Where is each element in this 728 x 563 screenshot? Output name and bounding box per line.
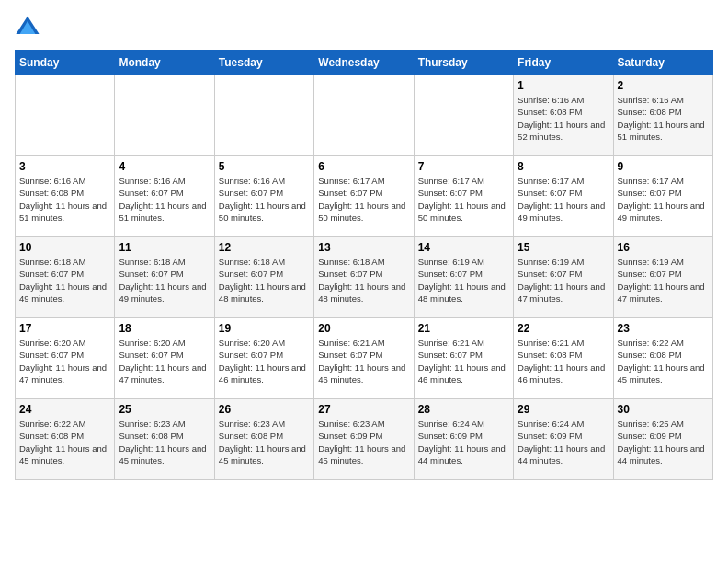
calendar-cell: 20Sunrise: 6:21 AM Sunset: 6:07 PM Dayli… (314, 318, 414, 399)
calendar-cell (115, 75, 214, 156)
calendar-cell: 18Sunrise: 6:20 AM Sunset: 6:07 PM Dayli… (115, 318, 214, 399)
day-number: 10 (19, 241, 110, 254)
calendar-cell: 27Sunrise: 6:23 AM Sunset: 6:09 PM Dayli… (314, 399, 414, 480)
day-number: 29 (518, 403, 609, 416)
day-header-friday: Friday (514, 51, 613, 75)
calendar-cell (414, 75, 513, 156)
calendar-body: 1Sunrise: 6:16 AM Sunset: 6:08 PM Daylig… (16, 75, 713, 480)
calendar-header: SundayMondayTuesdayWednesdayThursdayFrid… (16, 51, 713, 75)
calendar-cell: 15Sunrise: 6:19 AM Sunset: 6:07 PM Dayli… (514, 237, 613, 318)
day-info: Sunrise: 6:23 AM Sunset: 6:09 PM Dayligh… (318, 418, 409, 466)
calendar-cell: 22Sunrise: 6:21 AM Sunset: 6:08 PM Dayli… (514, 318, 613, 399)
day-number: 5 (219, 160, 310, 173)
calendar-week-3: 17Sunrise: 6:20 AM Sunset: 6:07 PM Dayli… (16, 318, 713, 399)
day-info: Sunrise: 6:16 AM Sunset: 6:07 PM Dayligh… (219, 175, 310, 224)
calendar-cell: 6Sunrise: 6:17 AM Sunset: 6:07 PM Daylig… (314, 156, 414, 237)
day-info: Sunrise: 6:19 AM Sunset: 6:07 PM Dayligh… (618, 256, 709, 304)
calendar-cell (16, 75, 115, 156)
day-number: 19 (219, 322, 310, 335)
calendar-table: SundayMondayTuesdayWednesdayThursdayFrid… (15, 50, 713, 480)
calendar-cell: 10Sunrise: 6:18 AM Sunset: 6:07 PM Dayli… (16, 237, 115, 318)
calendar-week-2: 10Sunrise: 6:18 AM Sunset: 6:07 PM Dayli… (16, 237, 713, 318)
day-info: Sunrise: 6:18 AM Sunset: 6:07 PM Dayligh… (119, 256, 210, 304)
day-number: 4 (119, 160, 210, 173)
day-number: 7 (418, 160, 509, 173)
calendar-week-1: 3Sunrise: 6:16 AM Sunset: 6:08 PM Daylig… (16, 156, 713, 237)
day-number: 25 (119, 403, 210, 416)
calendar-cell: 12Sunrise: 6:18 AM Sunset: 6:07 PM Dayli… (214, 237, 313, 318)
day-info: Sunrise: 6:24 AM Sunset: 6:09 PM Dayligh… (518, 418, 609, 466)
calendar-cell: 29Sunrise: 6:24 AM Sunset: 6:09 PM Dayli… (514, 399, 613, 480)
calendar-cell: 30Sunrise: 6:25 AM Sunset: 6:09 PM Dayli… (613, 399, 712, 480)
day-number: 18 (119, 322, 210, 335)
day-number: 8 (518, 160, 609, 173)
day-info: Sunrise: 6:25 AM Sunset: 6:09 PM Dayligh… (618, 418, 709, 466)
calendar-cell: 14Sunrise: 6:19 AM Sunset: 6:07 PM Dayli… (414, 237, 513, 318)
day-info: Sunrise: 6:19 AM Sunset: 6:07 PM Dayligh… (418, 256, 509, 304)
logo-icon (15, 15, 40, 40)
calendar-cell: 4Sunrise: 6:16 AM Sunset: 6:07 PM Daylig… (115, 156, 214, 237)
day-number: 11 (119, 241, 210, 254)
day-number: 26 (219, 403, 310, 416)
day-number: 27 (318, 403, 409, 416)
calendar-cell: 8Sunrise: 6:17 AM Sunset: 6:07 PM Daylig… (514, 156, 613, 237)
calendar-cell: 23Sunrise: 6:22 AM Sunset: 6:08 PM Dayli… (613, 318, 712, 399)
day-info: Sunrise: 6:16 AM Sunset: 6:08 PM Dayligh… (518, 94, 609, 143)
day-number: 16 (618, 241, 709, 254)
day-number: 14 (418, 241, 509, 254)
calendar-cell (214, 75, 313, 156)
calendar-cell: 21Sunrise: 6:21 AM Sunset: 6:07 PM Dayli… (414, 318, 513, 399)
day-header-sunday: Sunday (16, 51, 115, 75)
day-number: 2 (618, 79, 709, 92)
day-info: Sunrise: 6:17 AM Sunset: 6:07 PM Dayligh… (318, 175, 409, 224)
logo (15, 15, 44, 40)
calendar-week-0: 1Sunrise: 6:16 AM Sunset: 6:08 PM Daylig… (16, 75, 713, 156)
days-of-week-row: SundayMondayTuesdayWednesdayThursdayFrid… (16, 51, 713, 75)
day-info: Sunrise: 6:16 AM Sunset: 6:08 PM Dayligh… (19, 175, 110, 224)
calendar-cell: 2Sunrise: 6:16 AM Sunset: 6:08 PM Daylig… (613, 75, 712, 156)
day-info: Sunrise: 6:17 AM Sunset: 6:07 PM Dayligh… (618, 175, 709, 224)
day-header-thursday: Thursday (414, 51, 513, 75)
day-number: 3 (19, 160, 110, 173)
day-info: Sunrise: 6:16 AM Sunset: 6:07 PM Dayligh… (119, 175, 210, 224)
day-number: 12 (219, 241, 310, 254)
day-info: Sunrise: 6:21 AM Sunset: 6:07 PM Dayligh… (318, 337, 409, 385)
day-number: 28 (418, 403, 509, 416)
day-info: Sunrise: 6:17 AM Sunset: 6:07 PM Dayligh… (418, 175, 509, 224)
calendar-cell: 11Sunrise: 6:18 AM Sunset: 6:07 PM Dayli… (115, 237, 214, 318)
day-info: Sunrise: 6:19 AM Sunset: 6:07 PM Dayligh… (518, 256, 609, 304)
day-number: 6 (318, 160, 409, 173)
day-info: Sunrise: 6:20 AM Sunset: 6:07 PM Dayligh… (219, 337, 310, 385)
day-info: Sunrise: 6:23 AM Sunset: 6:08 PM Dayligh… (119, 418, 210, 466)
calendar-cell: 24Sunrise: 6:22 AM Sunset: 6:08 PM Dayli… (16, 399, 115, 480)
calendar-cell: 16Sunrise: 6:19 AM Sunset: 6:07 PM Dayli… (613, 237, 712, 318)
day-number: 20 (318, 322, 409, 335)
calendar-cell: 13Sunrise: 6:18 AM Sunset: 6:07 PM Dayli… (314, 237, 414, 318)
calendar-cell (314, 75, 414, 156)
day-info: Sunrise: 6:20 AM Sunset: 6:07 PM Dayligh… (19, 337, 110, 385)
day-number: 23 (618, 322, 709, 335)
day-info: Sunrise: 6:18 AM Sunset: 6:07 PM Dayligh… (318, 256, 409, 304)
day-info: Sunrise: 6:18 AM Sunset: 6:07 PM Dayligh… (219, 256, 310, 304)
calendar-week-4: 24Sunrise: 6:22 AM Sunset: 6:08 PM Dayli… (16, 399, 713, 480)
day-number: 15 (518, 241, 609, 254)
calendar-cell: 5Sunrise: 6:16 AM Sunset: 6:07 PM Daylig… (214, 156, 313, 237)
day-number: 24 (19, 403, 110, 416)
calendar-cell: 9Sunrise: 6:17 AM Sunset: 6:07 PM Daylig… (613, 156, 712, 237)
day-info: Sunrise: 6:16 AM Sunset: 6:08 PM Dayligh… (618, 94, 709, 143)
calendar-cell: 26Sunrise: 6:23 AM Sunset: 6:08 PM Dayli… (214, 399, 313, 480)
day-header-tuesday: Tuesday (214, 51, 313, 75)
day-info: Sunrise: 6:18 AM Sunset: 6:07 PM Dayligh… (19, 256, 110, 304)
day-number: 17 (19, 322, 110, 335)
day-info: Sunrise: 6:22 AM Sunset: 6:08 PM Dayligh… (618, 337, 709, 385)
page-header (15, 15, 713, 40)
day-info: Sunrise: 6:23 AM Sunset: 6:08 PM Dayligh… (219, 418, 310, 466)
calendar-cell: 3Sunrise: 6:16 AM Sunset: 6:08 PM Daylig… (16, 156, 115, 237)
day-number: 21 (418, 322, 509, 335)
day-header-saturday: Saturday (613, 51, 712, 75)
calendar-cell: 25Sunrise: 6:23 AM Sunset: 6:08 PM Dayli… (115, 399, 214, 480)
day-info: Sunrise: 6:21 AM Sunset: 6:08 PM Dayligh… (518, 337, 609, 385)
calendar-cell: 17Sunrise: 6:20 AM Sunset: 6:07 PM Dayli… (16, 318, 115, 399)
day-info: Sunrise: 6:22 AM Sunset: 6:08 PM Dayligh… (19, 418, 110, 466)
day-info: Sunrise: 6:20 AM Sunset: 6:07 PM Dayligh… (119, 337, 210, 385)
